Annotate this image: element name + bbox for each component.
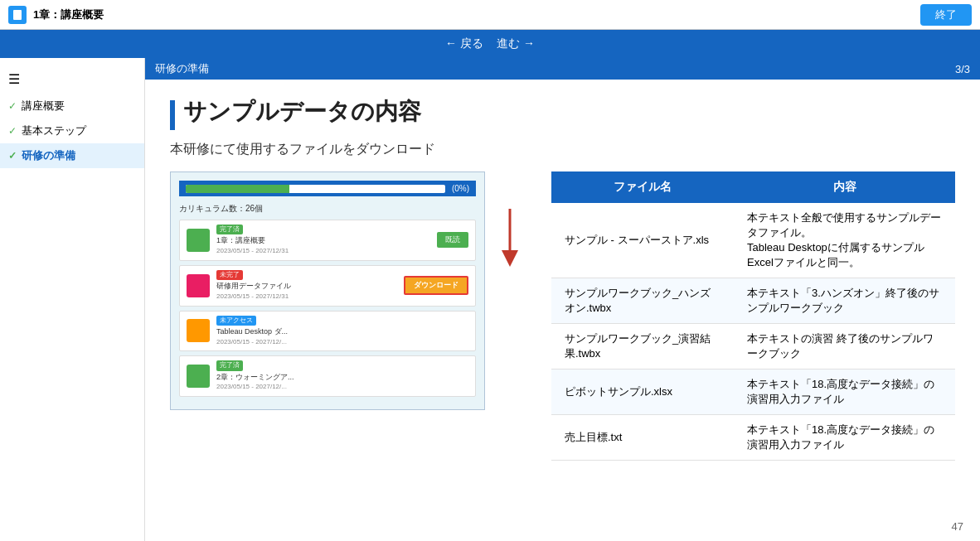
content-header-page: 3/3 [955, 63, 970, 75]
mockup-progress-fill [186, 185, 289, 193]
mockup-screenshot: (0%) カリキュラム数：26個 完了済 1章：講座概要 2023/05/15 … [170, 171, 485, 410]
sidebar-item-1[interactable]: ✓ 基本ステップ [0, 118, 144, 143]
content-cell-1: 本テキスト「3.ハンズオン」終了後のサンプルワークブック [734, 278, 955, 324]
mockup-item-0: 完了済 1章：講座概要 2023/05/15 - 2027/12/31 既読 [179, 220, 476, 261]
main-layout: ☰ ✓ 講座概要 ✓ 基本ステップ ✓ 研修の準備 研修の準備 3/3 サンプル… [0, 58, 980, 541]
mockup-status-1: 未完了 [216, 270, 243, 280]
content-header: 研修の準備 3/3 [145, 58, 980, 80]
top-bar-title-area: 1章：講座概要 [8, 6, 104, 24]
filename-cell-3: ピボットサンプル.xlsx [551, 370, 734, 415]
back-button[interactable]: ← 戻る [445, 36, 483, 51]
table-row: サンプルワークブック_演習結果.twbx本テキストの演習 終了後のサンプルワーク… [551, 324, 955, 370]
svg-marker-2 [502, 250, 518, 267]
mockup-title-1: 研修用データファイル [216, 282, 291, 290]
mockup-curriculum-label: カリキュラム数：26個 [179, 203, 476, 215]
mockup-title-2: Tableau Desktop ダ... [216, 327, 288, 336]
mockup-item-icon-1 [187, 274, 210, 297]
mockup-item-text-3: 完了済 2章：ウォーミングア... 2023/05/15 - 2027/12/.… [216, 360, 468, 392]
mockup-item-text-1: 未完了 研修用データファイル 2023/05/15 - 2027/12/31 [216, 270, 397, 302]
mockup-item-icon-3 [187, 365, 210, 388]
mockup-btn-1[interactable]: ダウンロード [404, 276, 468, 295]
sidebar: ☰ ✓ 講座概要 ✓ 基本ステップ ✓ 研修の準備 [0, 58, 145, 541]
content-area: 研修の準備 3/3 サンプルデータの内容 本研修にて使用するファイルをダウンロー… [145, 58, 980, 541]
content-cell-3: 本テキスト「18.高度なデータ接続」の演習用入力ファイル [734, 370, 955, 415]
arrow-icon [489, 205, 531, 271]
table-row: ピボットサンプル.xlsx本テキスト「18.高度なデータ接続」の演習用入力ファイ… [551, 370, 955, 415]
content-body: サンプルデータの内容 本研修にて使用するファイルをダウンロード (0%) カリキ… [145, 80, 980, 541]
end-button[interactable]: 終了 [920, 4, 972, 26]
mockup-item-1: 未完了 研修用データファイル 2023/05/15 - 2027/12/31 ダ… [179, 265, 476, 307]
filename-cell-4: 売上目標.txt [551, 415, 734, 461]
mockup-status-2: 未アクセス [216, 316, 256, 326]
mockup-item-icon-2 [187, 319, 210, 342]
content-cell-0: 本テキスト全般で使用するサンプルデータファイル。 Tableau Desktop… [734, 203, 955, 278]
mockup-status-0: 完了済 [216, 225, 243, 234]
table-row: サンプル - スーパーストア.xls本テキスト全般で使用するサンプルデータファイ… [551, 203, 955, 278]
table-row: サンプルワークブック_ハンズオン.twbx本テキスト「3.ハンズオン」終了後のサ… [551, 278, 955, 324]
nav-bar: ← 戻る 進む → [0, 30, 980, 58]
mockup-item-2: 未アクセス Tableau Desktop ダ... 2023/05/15 - … [179, 311, 476, 352]
check-icon-2: ✓ [8, 150, 17, 162]
sidebar-item-label-2: 研修の準備 [22, 148, 75, 163]
col2-header: 内容 [734, 171, 955, 203]
table-row: 売上目標.txt本テキスト「18.高度なデータ接続」の演習用入力ファイル [551, 415, 955, 461]
mockup-status-3: 完了済 [216, 360, 243, 370]
page-number: 47 [952, 520, 963, 533]
mockup-progress-bar [186, 185, 445, 193]
table-area: ファイル名 内容 サンプル - スーパーストア.xls本テキスト全般で使用するサ… [551, 171, 955, 461]
file-table: ファイル名 内容 サンプル - スーパーストア.xls本テキスト全般で使用するサ… [551, 171, 955, 461]
mockup-item-text-2: 未アクセス Tableau Desktop ダ... 2023/05/15 - … [216, 316, 468, 347]
mockup-item-3: 完了済 2章：ウォーミングア... 2023/05/15 - 2027/12/.… [179, 355, 476, 397]
arrow-area [485, 171, 535, 271]
col1-header: ファイル名 [551, 171, 734, 203]
content-header-title: 研修の準備 [155, 61, 209, 76]
filename-cell-2: サンプルワークブック_演習結果.twbx [551, 324, 734, 370]
page-subtitle: 本研修にて使用するファイルをダウンロード [170, 141, 955, 158]
mockup-item-icon-0 [187, 229, 210, 252]
title-blue-bar [170, 100, 175, 130]
check-icon-0: ✓ [8, 100, 17, 112]
mockup-date-1: 2023/05/15 - 2027/12/31 [216, 292, 289, 300]
mockup-btn-0[interactable]: 既読 [437, 232, 468, 248]
mockup-progress-area: (0%) [179, 181, 476, 196]
filename-cell-0: サンプル - スーパーストア.xls [551, 203, 734, 278]
mockup-date-0: 2023/05/15 - 2027/12/31 [216, 247, 289, 254]
svg-rect-0 [13, 10, 22, 20]
filename-cell-1: サンプルワークブック_ハンズオン.twbx [551, 278, 734, 324]
sidebar-item-2[interactable]: ✓ 研修の準備 [0, 143, 144, 168]
mockup-progress-pct: (0%) [452, 184, 469, 193]
top-bar-title: 1章：講座概要 [33, 7, 104, 22]
sidebar-item-label-1: 基本ステップ [22, 123, 86, 138]
top-bar: 1章：講座概要 終了 [0, 0, 980, 30]
book-icon [8, 6, 27, 24]
sidebar-item-label-0: 講座概要 [22, 99, 65, 114]
content-cell-4: 本テキスト「18.高度なデータ接続」の演習用入力ファイル [734, 415, 955, 461]
mockup-item-text-0: 完了済 1章：講座概要 2023/05/15 - 2027/12/31 [216, 225, 430, 256]
forward-button[interactable]: 進む → [497, 36, 535, 51]
mockup-date-3: 2023/05/15 - 2027/12/... [216, 383, 287, 390]
page-title: サンプルデータの内容 [183, 96, 421, 128]
content-wrapper: (0%) カリキュラム数：26個 完了済 1章：講座概要 2023/05/15 … [170, 171, 955, 461]
content-cell-2: 本テキストの演習 終了後のサンプルワークブック [734, 324, 955, 370]
mockup-date-2: 2023/05/15 - 2027/12/... [216, 338, 287, 345]
sidebar-item-0[interactable]: ✓ 講座概要 [0, 94, 144, 118]
check-icon-1: ✓ [8, 125, 17, 137]
mockup-title-3: 2章：ウォーミングア... [216, 373, 294, 381]
mockup-title-0: 1章：講座概要 [216, 236, 265, 244]
hamburger-menu[interactable]: ☰ [0, 65, 144, 94]
